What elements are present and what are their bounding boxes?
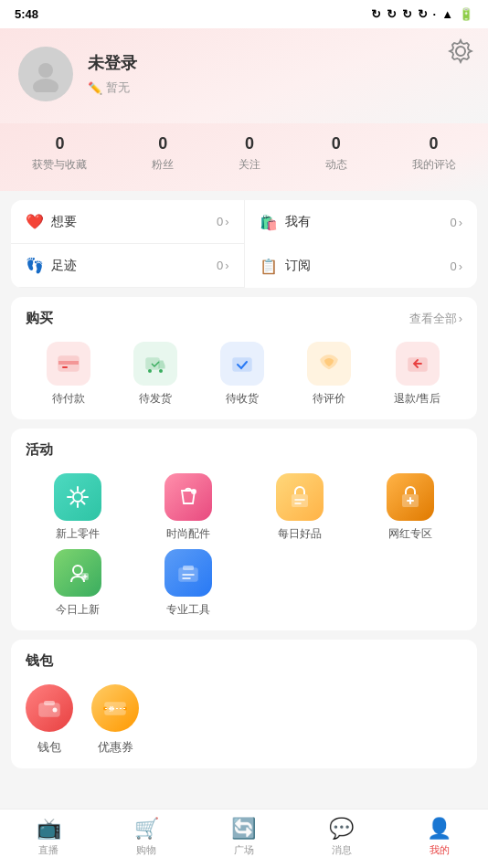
sync-icon-4: ↻ [418, 7, 428, 21]
purchase-pending-ship[interactable]: 待发货 [133, 342, 177, 407]
refund-icon [396, 342, 440, 386]
fashion-label: 时尚配件 [166, 526, 210, 542]
nav-mine[interactable]: 👤 我的 [390, 817, 488, 857]
subscribe-item[interactable]: 📋 订阅 0 › [245, 244, 478, 288]
daily-icon [276, 473, 324, 521]
stat-likes-number: 0 [55, 134, 64, 153]
purchase-pending-review[interactable]: 待评价 [307, 342, 351, 407]
footprint-chevron: › [225, 259, 228, 272]
purchase-refund[interactable]: 退款/售后 [394, 342, 440, 407]
square-label: 广场 [234, 843, 254, 857]
stat-comments-label: 我的评论 [412, 157, 456, 173]
subscribe-right: 0 › [450, 259, 462, 273]
want-item[interactable]: ❤️ 想要 0 › [11, 200, 245, 244]
purchase-title: 购买 [26, 310, 53, 327]
nav-messages[interactable]: 💬 消息 [292, 817, 390, 857]
messages-icon: 💬 [329, 817, 354, 841]
purchase-pending-pay[interactable]: 待付款 [47, 342, 90, 407]
wifi-icon: ▲ [441, 7, 453, 21]
coupon-icon: 券 [91, 684, 139, 732]
profile-name[interactable]: 未登录 [88, 52, 470, 74]
nav-shop[interactable]: 🛒 购物 [98, 817, 196, 857]
activity-header: 活动 [26, 441, 462, 459]
profile-header: 未登录 ✏️ 暂无 [0, 28, 488, 123]
daily-label: 每日好品 [278, 526, 322, 542]
purse-label: 钱包 [37, 739, 61, 756]
view-all-button[interactable]: 查看全部 › [409, 311, 462, 327]
want-left: ❤️ 想要 [26, 213, 77, 230]
fashion-icon [164, 473, 212, 521]
subscribe-left: 📋 订阅 [260, 258, 311, 275]
activity-influencer[interactable]: 网红专区 [359, 473, 463, 542]
edit-icon: ✏️ [88, 81, 102, 95]
sync-icon-3: ↻ [402, 7, 412, 21]
activity-daily[interactable]: 每日好品 [248, 473, 352, 542]
footprint-left: 👣 足迹 [26, 257, 77, 274]
nav-square[interactable]: 🔄 广场 [196, 817, 293, 857]
footprint-item[interactable]: 👣 足迹 0 › [11, 244, 245, 288]
stat-dynamic[interactable]: 0 动态 [325, 134, 347, 173]
quick-links-card: ❤️ 想要 0 › 🛍️ 我有 0 › 👣 足迹 [11, 200, 477, 288]
activity-fashion[interactable]: 时尚配件 [137, 473, 241, 542]
live-icon: 📺 [37, 817, 61, 841]
pending-pay-label: 待付款 [52, 391, 85, 407]
stat-followers-number: 0 [158, 134, 167, 153]
stat-followers[interactable]: 0 粉丝 [152, 134, 174, 173]
activity-today-new[interactable]: 今日上新 [26, 549, 130, 618]
subscribe-chevron: › [459, 259, 462, 273]
activity-new-parts[interactable]: 新上零件 [26, 473, 130, 542]
svg-rect-3 [58, 361, 79, 365]
svg-rect-4 [62, 366, 68, 368]
pro-tools-icon [164, 549, 212, 597]
new-parts-icon [54, 473, 101, 521]
wallet-item-coupon[interactable]: 券 优惠券 [91, 684, 139, 756]
status-bar: 5:48 ↻ ↻ ↻ ↻ · ▲ 🔋 [0, 0, 488, 28]
profile-info: 未登录 ✏️ 暂无 [88, 52, 470, 96]
wallet-title: 钱包 [26, 652, 53, 670]
footprint-right: 0 › [217, 259, 229, 272]
quick-links-row-1: ❤️ 想要 0 › 🛍️ 我有 0 › [11, 200, 477, 244]
stat-likes-label: 获赞与收藏 [32, 157, 87, 173]
live-label: 直播 [38, 843, 58, 857]
bio-text: 暂无 [106, 79, 130, 96]
stat-following[interactable]: 0 关注 [239, 134, 260, 173]
have-count: 0 [450, 216, 456, 229]
wallet-item-purse[interactable]: 钱包 [26, 684, 73, 756]
quick-links-row-2: 👣 足迹 0 › 📋 订阅 0 › [11, 244, 477, 288]
pro-tools-label: 专业工具 [166, 602, 210, 618]
pending-pay-icon [47, 342, 90, 386]
avatar[interactable] [18, 47, 73, 101]
new-parts-label: 新上零件 [56, 526, 100, 542]
dot-icon: · [433, 7, 437, 21]
square-icon: 🔄 [231, 817, 256, 841]
stat-comments[interactable]: 0 我的评论 [412, 134, 456, 173]
refund-label: 退款/售后 [394, 391, 440, 407]
today-new-icon [54, 549, 101, 597]
stats-row: 0 获赞与收藏 0 粉丝 0 关注 0 动态 0 我的评论 [0, 123, 488, 191]
activity-title: 活动 [26, 441, 53, 459]
sync-icon-2: ↻ [387, 7, 397, 21]
activity-pro-tools[interactable]: 专业工具 [137, 549, 241, 618]
stat-dynamic-label: 动态 [325, 157, 347, 173]
have-item[interactable]: 🛍️ 我有 0 › [245, 200, 478, 244]
pending-ship-icon [133, 342, 177, 386]
stat-dynamic-number: 0 [332, 134, 341, 153]
stat-likes[interactable]: 0 获赞与收藏 [32, 134, 87, 173]
have-right: 0 › [450, 216, 462, 229]
want-count: 0 [217, 215, 223, 228]
battery-icon: 🔋 [459, 7, 473, 21]
footprint-label: 足迹 [51, 258, 77, 274]
want-right: 0 › [217, 215, 229, 228]
svg-point-7 [159, 369, 163, 373]
subscribe-icon: 📋 [260, 258, 278, 275]
have-left: 🛍️ 我有 [260, 214, 311, 231]
gear-icon[interactable] [448, 38, 473, 69]
chevron-right-icon: › [459, 312, 462, 325]
nav-live[interactable]: 📺 直播 [0, 817, 98, 857]
purchase-pending-receive[interactable]: 待收货 [220, 342, 264, 407]
svg-point-0 [38, 63, 53, 78]
svg-text:券: 券 [108, 705, 115, 712]
status-time: 5:48 [15, 7, 38, 21]
have-chevron: › [459, 216, 462, 229]
heart-icon: ❤️ [26, 213, 44, 230]
